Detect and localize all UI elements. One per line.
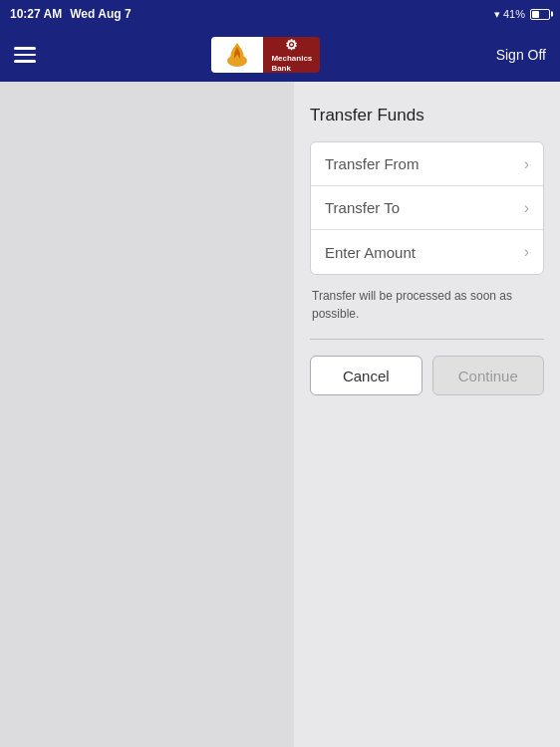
mechanics-label: MechanicsBank — [271, 54, 312, 73]
button-row: Cancel Continue — [310, 356, 544, 395]
logo-area: ⚙ MechanicsBank — [211, 37, 320, 73]
status-bar-left: 10:27 AM Wed Aug 7 — [10, 7, 132, 21]
hamburger-line-1 — [14, 47, 36, 50]
rabobank-logo-svg — [219, 41, 255, 69]
status-bar: 10:27 AM Wed Aug 7 ▾ 41% — [0, 0, 560, 28]
sign-off-button[interactable]: Sign Off — [496, 47, 546, 63]
hamburger-line-2 — [14, 54, 36, 57]
divider — [310, 339, 544, 340]
info-text: Transfer will be processed as soon as po… — [310, 287, 544, 323]
mechanics-gear-icon: ⚙ — [285, 37, 298, 54]
transfer-from-label: Transfer From — [325, 155, 419, 172]
chevron-right-icon: › — [524, 155, 529, 173]
transfer-form-card: Transfer From › Transfer To › Enter Amou… — [310, 141, 544, 275]
svg-point-0 — [227, 55, 247, 67]
rabobank-logo — [211, 37, 263, 73]
cancel-button[interactable]: Cancel — [310, 356, 422, 395]
page-title: Transfer Funds — [310, 106, 544, 125]
left-panel — [0, 82, 294, 747]
wifi-icon: ▾ 41% — [494, 8, 525, 21]
enter-amount-label: Enter Amount — [325, 244, 416, 261]
time-display: 10:27 AM — [10, 7, 62, 21]
main-content: Transfer Funds Transfer From › Transfer … — [0, 82, 560, 747]
chevron-right-icon-3: › — [524, 243, 529, 261]
transfer-to-row[interactable]: Transfer To › — [311, 186, 543, 230]
hamburger-line-3 — [14, 60, 36, 63]
transfer-from-row[interactable]: Transfer From › — [311, 142, 543, 186]
battery-indicator — [530, 9, 550, 20]
status-bar-right: ▾ 41% — [494, 8, 550, 21]
enter-amount-row[interactable]: Enter Amount › — [311, 230, 543, 274]
right-panel: Transfer Funds Transfer From › Transfer … — [294, 82, 560, 747]
transfer-to-label: Transfer To — [325, 199, 400, 216]
continue-button[interactable]: Continue — [432, 356, 545, 395]
menu-button[interactable] — [14, 47, 36, 63]
navbar: ⚙ MechanicsBank Sign Off — [0, 28, 560, 82]
mechanics-bank-logo: ⚙ MechanicsBank — [263, 37, 320, 73]
chevron-right-icon-2: › — [524, 199, 529, 217]
date-display: Wed Aug 7 — [70, 7, 131, 21]
